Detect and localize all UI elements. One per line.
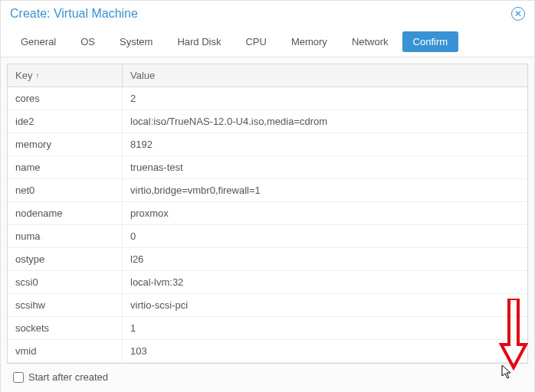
cell-value: 8192 [123, 133, 527, 155]
cell-value: 103 [123, 340, 527, 362]
cell-value: proxmox [123, 202, 527, 224]
cell-value: local:iso/TrueNAS-12.0-U4.iso,media=cdro… [123, 110, 527, 132]
start-after-created-row: Start after created [7, 364, 528, 390]
cell-key: cores [8, 87, 123, 109]
table-row[interactable]: ostypel26 [8, 248, 527, 271]
cell-value: virtio-scsi-pci [123, 294, 527, 316]
cell-key: nodename [8, 202, 123, 224]
tab-general[interactable]: General [10, 31, 67, 52]
close-icon[interactable]: ✕ [511, 7, 525, 21]
tab-os[interactable]: OS [70, 31, 106, 52]
cell-value: l26 [123, 248, 527, 270]
table-row[interactable]: nodenameproxmox [8, 202, 527, 225]
tab-memory[interactable]: Memory [281, 31, 338, 52]
tab-network[interactable]: Network [341, 31, 399, 52]
table-row[interactable]: scsihwvirtio-scsi-pci [8, 294, 527, 317]
grid-header: Key ↑ Value [8, 64, 527, 87]
cell-value: truenas-test [123, 156, 527, 178]
cell-key: sockets [8, 317, 123, 339]
table-row[interactable]: nametruenas-test [8, 156, 527, 179]
dialog-title: Create: Virtual Machine [10, 7, 138, 21]
cell-key: memory [8, 133, 123, 155]
cell-key: ide2 [8, 110, 123, 132]
start-after-created-label: Start after created [28, 371, 108, 383]
tab-confirm[interactable]: Confirm [402, 31, 459, 52]
summary-grid: Key ↑ Value cores2ide2local:iso/TrueNAS-… [7, 64, 528, 364]
content-panel: Key ↑ Value cores2ide2local:iso/TrueNAS-… [1, 57, 534, 392]
cell-key: numa [8, 225, 123, 247]
start-after-created-checkbox[interactable] [13, 372, 24, 383]
cell-value: 0 [123, 225, 527, 247]
table-row[interactable]: sockets1 [8, 317, 527, 340]
titlebar: Create: Virtual Machine ✕ [1, 1, 534, 27]
cell-key: vmid [8, 340, 123, 362]
cell-value: virtio,bridge=vmbr0,firewall=1 [123, 179, 527, 201]
table-row[interactable]: numa0 [8, 225, 527, 248]
table-row[interactable]: vmid103 [8, 340, 527, 363]
table-row[interactable]: ide2local:iso/TrueNAS-12.0-U4.iso,media=… [8, 110, 527, 133]
table-row[interactable]: memory8192 [8, 133, 527, 156]
grid-body[interactable]: cores2ide2local:iso/TrueNAS-12.0-U4.iso,… [8, 87, 527, 363]
cell-key: name [8, 156, 123, 178]
column-header-value[interactable]: Value [123, 64, 527, 87]
tab-harddisk[interactable]: Hard Disk [166, 31, 231, 52]
wizard-tabs: General OS System Hard Disk CPU Memory N… [1, 27, 534, 57]
cell-key: net0 [8, 179, 123, 201]
column-header-key[interactable]: Key ↑ [8, 64, 123, 87]
cell-key: scsi0 [8, 271, 123, 293]
cell-value: 2 [123, 87, 527, 109]
table-row[interactable]: scsi0local-lvm:32 [8, 271, 527, 294]
table-row[interactable]: net0virtio,bridge=vmbr0,firewall=1 [8, 179, 527, 202]
cell-key: scsihw [8, 294, 123, 316]
cell-value: local-lvm:32 [123, 271, 527, 293]
tab-system[interactable]: System [109, 31, 163, 52]
create-vm-dialog: Create: Virtual Machine ✕ General OS Sys… [0, 0, 535, 392]
cell-key: ostype [8, 248, 123, 270]
cell-value: 1 [123, 317, 527, 339]
table-row[interactable]: cores2 [8, 87, 527, 110]
sort-asc-icon: ↑ [35, 71, 39, 80]
tab-cpu[interactable]: CPU [235, 31, 277, 52]
